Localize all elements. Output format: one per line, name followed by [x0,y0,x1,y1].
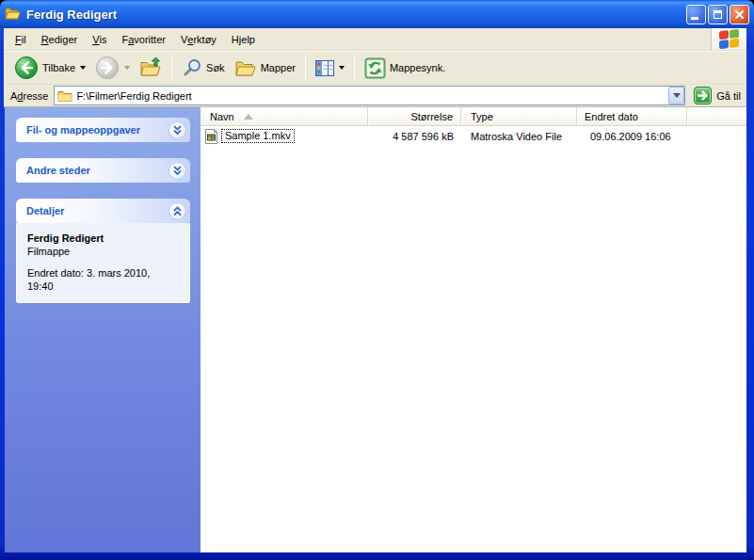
toolbar-separator [354,55,355,81]
details-modified-date: Endret dato: 3. mars 2010, 19:40 [27,266,168,293]
menu-item-rediger[interactable]: Rediger [34,28,86,50]
folder-sync-label: Mappesynk. [390,62,445,73]
close-icon [734,9,745,20]
menu-item-fil[interactable]: Fil [8,28,34,50]
folders-label: Mapper [261,62,296,73]
file-size: 4 587 596 kB [368,131,461,142]
dropdown-chevron-icon [673,93,681,98]
panel-title: Detaljer [26,205,64,216]
menu-item-hjelp[interactable]: Hjelp [224,28,263,50]
column-header-navn[interactable]: Navn [201,107,368,125]
folder-sync-button[interactable]: Mappesynk. [361,56,449,81]
address-input[interactable]: F:\Filmer\Ferdig Redigert [54,86,685,105]
window-title: Ferdig Redigert [26,8,682,22]
menu-item-favoritter[interactable]: Favoritter [114,28,172,50]
file-modified-date: 09.06.2009 16:06 [577,131,687,142]
video-file-icon [204,129,218,144]
back-dropdown-icon [80,66,86,70]
panel-header-details[interactable]: Detaljer [16,199,190,223]
panel-header-other-places[interactable]: Andre steder [16,158,190,183]
menu-item-vis[interactable]: Vis [85,28,114,50]
forward-button[interactable] [91,54,134,82]
file-name-cell[interactable]: Sample 1.mkv [201,129,368,144]
back-label: Tilbake [42,62,75,73]
column-header-storrelse[interactable]: Størrelse [368,107,461,125]
folder-sync-icon [364,57,386,79]
search-label: Søk [206,62,225,73]
chevron-double-up-icon[interactable] [168,202,186,220]
folders-icon [234,57,257,78]
close-button[interactable] [730,5,749,24]
chevron-double-down-icon[interactable] [168,121,186,139]
go-arrow-icon [694,87,712,104]
titlebar: Ferdig Redigert [0,0,754,28]
panel-title: Andre steder [26,165,90,176]
details-folder-type: Filmappe [27,245,180,258]
toolbar: Tilbake [4,51,746,85]
address-value: F:\Filmer\Ferdig Redigert [76,90,191,102]
minimize-icon [691,17,698,20]
back-button[interactable]: Tilbake [10,54,89,82]
file-name[interactable]: Sample 1.mkv [221,129,295,143]
go-button[interactable]: Gå til [691,87,744,104]
list-header: Navn Størrelse Type Endret dato [201,107,746,126]
menu-item-verktoy[interactable]: Verktøy [173,28,224,50]
column-header-endret-dato[interactable]: Endret dato [577,107,687,125]
content-area: Fil- og mappeoppgaver Andre steder Detal… [5,107,746,552]
minimize-button[interactable] [686,5,706,24]
sort-ascending-icon [244,114,253,120]
chevron-double-down-icon[interactable] [168,162,186,180]
file-list: Navn Størrelse Type Endret dato [201,107,746,552]
details-folder-name: Ferdig Redigert [27,232,180,245]
address-folder-icon [57,89,72,103]
address-label: Adresse [10,90,48,102]
folder-up-icon [139,56,162,79]
views-dropdown-icon [339,66,345,70]
search-button[interactable]: Søk [178,56,229,80]
panel-other-places: Andre steder [16,158,190,183]
maximize-button[interactable] [708,5,728,24]
windows-logo-icon [719,29,739,49]
views-icon [315,60,334,76]
task-pane: Fil- og mappeoppgaver Andre steder Detal… [5,107,201,552]
windows-logo-panel [711,28,746,50]
panel-file-tasks: Fil- og mappeoppgaver [16,118,190,142]
search-icon [182,57,202,78]
toolbar-separator [171,55,172,81]
window-controls [686,5,749,24]
column-label: Navn [210,111,234,122]
panel-title: Fil- og mappeoppgaver [26,124,140,136]
toolbar-separator [305,55,306,81]
menubar: Fil Rediger Vis Favoritter Verktøy Hjelp [4,28,746,51]
address-dropdown-button[interactable] [668,87,684,104]
panel-header-file-tasks[interactable]: Fil- og mappeoppgaver [16,118,190,142]
forward-dropdown-icon [124,66,130,70]
file-row[interactable]: Sample 1.mkv 4 587 596 kB Matroska Video… [201,128,746,144]
maximize-icon [714,10,722,19]
addressbar: Adresse F:\Filmer\Ferdig Redigert Gå til [4,85,746,107]
go-label: Gå til [716,90,741,102]
back-icon [14,56,39,80]
details-body: Ferdig Redigert Filmappe Endret dato: 3.… [16,223,190,303]
folders-button[interactable]: Mapper [231,56,299,80]
column-header-filler [687,107,746,125]
panel-details: Detaljer Ferdig Redigert Filmappe Endret… [16,199,190,303]
views-button[interactable] [312,58,348,78]
explorer-window: Ferdig Redigert Fil Rediger Vis Favoritt… [0,0,754,560]
up-button[interactable] [136,55,166,81]
column-header-type[interactable]: Type [461,107,577,125]
folder-open-icon [5,6,22,23]
file-type: Matroska Video File [461,131,577,142]
forward-icon [95,56,120,80]
